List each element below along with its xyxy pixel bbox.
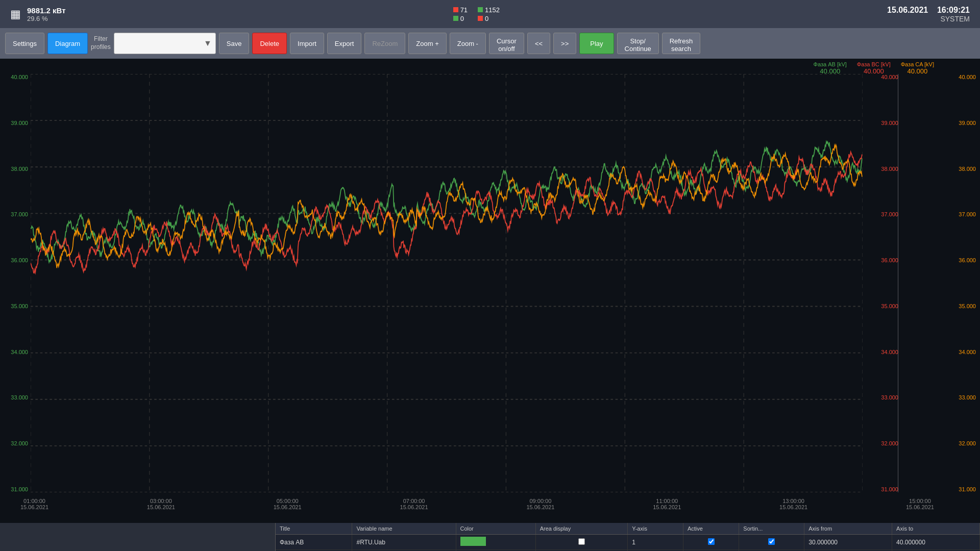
col-yaxis: Y-axis xyxy=(628,523,683,535)
cell-sorting[interactable] xyxy=(739,535,804,550)
dot-green2-icon xyxy=(478,7,483,12)
cell-area[interactable] xyxy=(535,535,628,550)
time-tick-2: 03:00:00 15.06.2021 xyxy=(147,498,175,510)
settings-button[interactable]: Settings xyxy=(5,33,44,54)
time-tick-4: 07:00:00 15.06.2021 xyxy=(400,498,428,510)
power-percent: 29.6 % xyxy=(27,15,66,22)
datetime-display: 15.06.2021 16:09:21 SYSTEM xyxy=(887,6,970,23)
cell-axis-from: 30.000000 xyxy=(804,535,892,550)
col-sorting: Sortin... xyxy=(739,523,804,535)
col-axis-from: Axis from xyxy=(804,523,892,535)
chart-container[interactable]: 40.000 39.000 38.000 37.000 36.000 35.00… xyxy=(0,59,980,523)
table-header-row: Title Variable name Color Area display Y… xyxy=(276,523,980,535)
power-info: 9881.2 кВт 29.6 % xyxy=(27,6,66,22)
cell-axis-to: 40.000000 xyxy=(892,535,980,550)
chart-legend: Фаза AB [kV] 40.000 Фаза BC [kV] 40.000 … xyxy=(814,61,934,75)
dot-green-icon xyxy=(453,16,458,21)
legend-faza-ca: Фаза CA [kV] 40.000 xyxy=(901,61,934,75)
col-title: Title xyxy=(276,523,352,535)
table-body: Фаза AB #RTU.Uab 1 30.000000 40.000000 Ф… xyxy=(276,535,980,552)
power-value: 9881.2 кВт xyxy=(27,6,66,15)
left-panel xyxy=(0,523,276,551)
legend-faza-ab: Фаза AB [kV] 40.000 xyxy=(814,61,847,75)
filter-profiles-button[interactable]: Filterprofiles xyxy=(91,35,111,51)
active-checkbox[interactable] xyxy=(708,538,715,545)
filter-label-text: Filterprofiles xyxy=(91,35,111,51)
cursor-button[interactable]: Cursor on/off xyxy=(489,33,524,54)
y-axis-mid: 40.000 39.000 38.000 37.000 36.000 35.00… xyxy=(870,74,901,492)
area-checkbox[interactable] xyxy=(578,538,585,545)
data-table-panel: Title Variable name Color Area display Y… xyxy=(276,523,980,551)
toolbar: Settings Diagram Filterprofiles ▼ Save D… xyxy=(0,28,980,59)
diagram-button[interactable]: Diagram xyxy=(47,33,88,54)
chart-svg xyxy=(31,74,863,492)
stat-0a: 0 xyxy=(460,15,464,22)
system-name: SYSTEM xyxy=(887,15,970,23)
time-value: 16:09:21 xyxy=(937,6,970,14)
col-axis-to: Axis to xyxy=(892,523,980,535)
col-area: Area display xyxy=(535,523,628,535)
time-tick-7: 13:00:00 15.06.2021 xyxy=(779,498,807,510)
stop-continue-button[interactable]: Stop/ Continue xyxy=(617,33,659,54)
delete-button[interactable]: Delete xyxy=(252,33,287,54)
status-group-2: 1152 0 xyxy=(478,6,500,22)
export-button[interactable]: Export xyxy=(327,33,362,54)
col-variable: Variable name xyxy=(352,523,456,535)
status-bar: ▦ 9881.2 кВт 29.6 % 71 0 1152 0 xyxy=(0,0,980,28)
zoom-plus-button[interactable]: Zoom + xyxy=(408,33,446,54)
y-axis-right: 40.000 39.000 38.000 37.000 36.000 35.00… xyxy=(939,74,980,492)
bottom-panel: Title Variable name Color Area display Y… xyxy=(0,523,980,551)
prev-button[interactable]: << xyxy=(527,33,550,54)
col-color: Color xyxy=(456,523,535,535)
status-green-top: 1152 xyxy=(478,6,500,14)
date-time: 15.06.2021 16:09:21 xyxy=(887,6,970,15)
profile-select[interactable] xyxy=(114,33,216,54)
cell-yaxis: 1 xyxy=(628,535,683,550)
time-tick-3: 05:00:00 15.06.2021 xyxy=(274,498,302,510)
import-button[interactable]: Import xyxy=(290,33,324,54)
status-group-1: 71 0 xyxy=(453,6,468,22)
table-row: Фаза AB #RTU.Uab 1 30.000000 40.000000 xyxy=(276,535,980,550)
status-red-top: 71 xyxy=(453,6,468,14)
stat-1152: 1152 xyxy=(485,6,500,14)
status-red-bottom: 0 xyxy=(478,15,500,22)
profile-select-wrap: ▼ xyxy=(114,33,216,54)
status-green-bottom: 0 xyxy=(453,15,468,22)
time-tick-8: 15:00:00 15.06.2021 xyxy=(906,498,934,510)
legend-faza-bc: Фаза BC [kV] 40.000 xyxy=(857,61,891,75)
solar-icon: ▦ xyxy=(10,8,21,21)
refresh-search-button[interactable]: Refresh search xyxy=(662,33,701,54)
time-tick-1: 01:00:00 15.06.2021 xyxy=(20,498,48,510)
dot-red2-icon xyxy=(478,16,483,21)
time-tick-5: 09:00:00 15.06.2021 xyxy=(526,498,554,510)
date-value: 15.06.2021 xyxy=(887,6,928,14)
main-area: 40.000 39.000 38.000 37.000 36.000 35.00… xyxy=(0,59,980,523)
cell-active[interactable] xyxy=(683,535,739,550)
color-swatch xyxy=(460,537,486,546)
sorting-checkbox[interactable] xyxy=(768,538,775,545)
play-button[interactable]: Play xyxy=(579,33,614,54)
time-tick-6: 11:00:00 15.06.2021 xyxy=(653,498,681,510)
power-status: ▦ 9881.2 кВт 29.6 % xyxy=(10,6,66,22)
y-axis-left: 40.000 39.000 38.000 37.000 36.000 35.00… xyxy=(0,74,31,492)
cell-variable: #RTU.Uab xyxy=(352,535,456,550)
stat-0b: 0 xyxy=(485,15,488,22)
cursor-line xyxy=(898,74,898,492)
cell-title: Фаза AB xyxy=(276,535,352,550)
stat-71: 71 xyxy=(460,6,468,14)
col-active: Active xyxy=(683,523,739,535)
save-button[interactable]: Save xyxy=(219,33,250,54)
next-button[interactable]: >> xyxy=(553,33,576,54)
data-table: Title Variable name Color Area display Y… xyxy=(276,523,980,551)
status-indicators: 71 0 1152 0 xyxy=(453,6,500,22)
zoom-minus-button[interactable]: Zoom - xyxy=(450,33,486,54)
time-axis: 01:00:00 15.06.2021 03:00:00 15.06.2021 … xyxy=(20,498,934,510)
dot-red-icon xyxy=(453,7,458,12)
rezoom-button[interactable]: ReZoom xyxy=(364,33,405,54)
cell-color xyxy=(456,535,535,550)
